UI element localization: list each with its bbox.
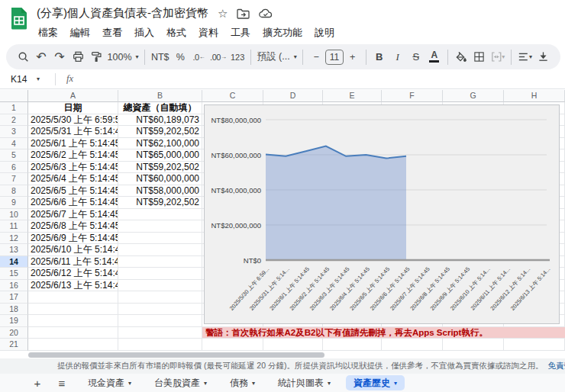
cell-A18[interactable] <box>28 304 118 316</box>
font-select[interactable]: 預設 (...▾ <box>255 48 299 66</box>
menu-item-插入[interactable]: 插入 <box>128 24 160 41</box>
cell-B11[interactable] <box>118 220 202 233</box>
column-header-H[interactable]: H <box>504 90 565 102</box>
fill-color-button[interactable] <box>452 48 470 66</box>
cell-B6[interactable]: NT$59,202,502 <box>118 162 202 174</box>
italic-button[interactable]: I <box>389 48 407 66</box>
row-header-12[interactable]: 12 <box>0 233 28 245</box>
cell-A13[interactable]: 2025/6/10 上午 5:14:45 <box>28 244 118 256</box>
cell-A9[interactable]: 2025/6/6 上午 5:14:45 <box>28 197 118 209</box>
cell-B18[interactable] <box>118 304 202 316</box>
menu-item-工具[interactable]: 工具 <box>224 24 257 41</box>
column-header-C[interactable]: C <box>202 90 263 102</box>
cell-A16[interactable]: 2025/6/13 上午 5:14:45 <box>28 280 118 292</box>
tab-資產歷史[interactable]: 資產歷史▾ <box>346 375 405 390</box>
column-header-G[interactable]: G <box>443 90 504 102</box>
row-header-17[interactable]: 17 <box>0 291 28 304</box>
row-header-13[interactable]: 13 <box>0 244 28 256</box>
cell-A10[interactable]: 2025/6/7 上午 5:14:45 <box>28 209 118 221</box>
name-box-dropdown-icon[interactable]: ▾ <box>37 76 50 82</box>
cell-A20[interactable] <box>28 327 118 339</box>
cell-B4[interactable]: NT$62,100,000 <box>118 138 202 150</box>
redo-icon[interactable]: ↷ <box>50 48 69 66</box>
tab-債務[interactable]: 債務▾ <box>222 375 263 390</box>
row-header-14[interactable]: 14 <box>0 256 28 268</box>
cell-A14[interactable]: 2025/6/11 上午 5:14:45 <box>28 256 118 268</box>
cell-A1[interactable]: 日期 <box>28 102 118 114</box>
column-header-B[interactable]: B <box>118 90 202 102</box>
row-header-9[interactable]: 9 <box>0 197 28 209</box>
cell-B17[interactable] <box>118 291 202 304</box>
move-folder-icon[interactable] <box>237 8 250 19</box>
cell-B9[interactable]: NT$59,202,502 <box>118 197 202 209</box>
row-header-15[interactable]: 15 <box>0 268 28 280</box>
row-header-21[interactable]: 21 <box>0 339 28 351</box>
tab-現金資產[interactable]: 現金資產▾ <box>80 375 139 390</box>
cell-A21[interactable] <box>28 339 118 351</box>
merge-cells-button[interactable]: ▾ <box>489 48 508 66</box>
vertical-align-button[interactable] <box>534 48 553 66</box>
cell-B5[interactable]: NT$65,000,000 <box>118 149 202 162</box>
search-icon[interactable] <box>14 48 32 66</box>
cell-B13[interactable] <box>118 244 202 256</box>
menu-item-檔案[interactable]: 檔案 <box>32 24 64 41</box>
column-header-D[interactable]: D <box>263 90 323 102</box>
column-header-F[interactable]: F <box>382 90 443 102</box>
sheets-logo-icon[interactable] <box>8 7 30 30</box>
menu-item-資料[interactable]: 資料 <box>192 24 224 41</box>
row-header-7[interactable]: 7 <box>0 173 28 185</box>
paint-format-icon[interactable] <box>87 48 105 66</box>
document-title[interactable]: (分享)個人資產負債表-含加密貨幣 <box>37 6 208 21</box>
row-header-11[interactable]: 11 <box>0 220 28 233</box>
row-header-19[interactable]: 19 <box>0 315 28 327</box>
cell-H21[interactable] <box>504 339 565 351</box>
row-header-4[interactable]: 4 <box>0 138 28 150</box>
star-icon[interactable]: ☆ <box>218 7 228 21</box>
increase-font-size-button[interactable]: + <box>344 48 362 66</box>
cell-B7[interactable]: NT$60,000,000 <box>118 173 202 185</box>
cell-B15[interactable] <box>118 268 202 280</box>
cell-B14[interactable] <box>118 256 202 268</box>
bold-button[interactable]: B <box>370 48 389 66</box>
decrease-decimal-button[interactable]: .0← <box>189 48 208 66</box>
column-header-E[interactable]: E <box>323 90 382 102</box>
row-header-18[interactable]: 18 <box>0 304 28 316</box>
font-size-input[interactable]: 11 <box>325 50 344 65</box>
cell-B3[interactable]: NT$59,202,502 <box>118 126 202 138</box>
cell-B8[interactable]: NT$58,000,000 <box>118 185 202 198</box>
cell-A3[interactable]: 2025/5/31 上午 5:14:45 <box>28 126 118 138</box>
row-header-8[interactable]: 8 <box>0 185 28 198</box>
decrease-font-size-button[interactable]: − <box>307 48 325 66</box>
cell-A19[interactable] <box>28 315 118 327</box>
borders-button[interactable] <box>470 48 489 66</box>
cell-E21[interactable] <box>323 339 382 351</box>
cell-B1[interactable]: 總資產（自動填） <box>118 102 202 114</box>
cell-B19[interactable] <box>118 315 202 327</box>
cell-B16[interactable] <box>118 280 202 292</box>
more-formats-button[interactable]: 123 <box>228 48 247 66</box>
text-color-button[interactable]: A <box>425 48 444 66</box>
menu-item-編輯[interactable]: 編輯 <box>64 24 96 41</box>
embedded-chart[interactable]: NT$0NT$20,000,000NT$40,000,000NT$60,000,… <box>204 104 560 324</box>
cell-A17[interactable] <box>28 291 118 304</box>
cell-A7[interactable]: 2025/6/4 上午 5:14:45 <box>28 173 118 185</box>
strikethrough-button[interactable]: S <box>407 48 425 66</box>
row-header-3[interactable]: 3 <box>0 126 28 138</box>
row-header-1[interactable]: 1 <box>0 102 28 114</box>
horizontal-align-button[interactable]: ▾ <box>515 48 534 66</box>
column-header-A[interactable]: A <box>28 90 118 102</box>
row-header-16[interactable]: 16 <box>0 280 28 292</box>
cell-D21[interactable] <box>263 339 323 351</box>
horizontal-scrollbar[interactable] <box>28 352 324 358</box>
currency-format-button[interactable]: NT$ <box>149 48 171 66</box>
add-sheet-button[interactable]: + <box>27 375 47 390</box>
cell-A8[interactable]: 2025/6/5 上午 5:14:45 <box>28 185 118 198</box>
cell-G21[interactable] <box>443 339 504 351</box>
row-header-6[interactable]: 6 <box>0 162 28 174</box>
row-header-5[interactable]: 5 <box>0 149 28 162</box>
row-header-2[interactable]: 2 <box>0 114 28 127</box>
undo-icon[interactable]: ↶ <box>32 48 50 66</box>
zoom-select[interactable]: 100%▾ <box>105 48 140 66</box>
tab-台美股資產[interactable]: 台美股資產▾ <box>147 375 215 390</box>
cell-A2[interactable]: 2025/5/30 上午 6:59:58 <box>28 114 118 127</box>
